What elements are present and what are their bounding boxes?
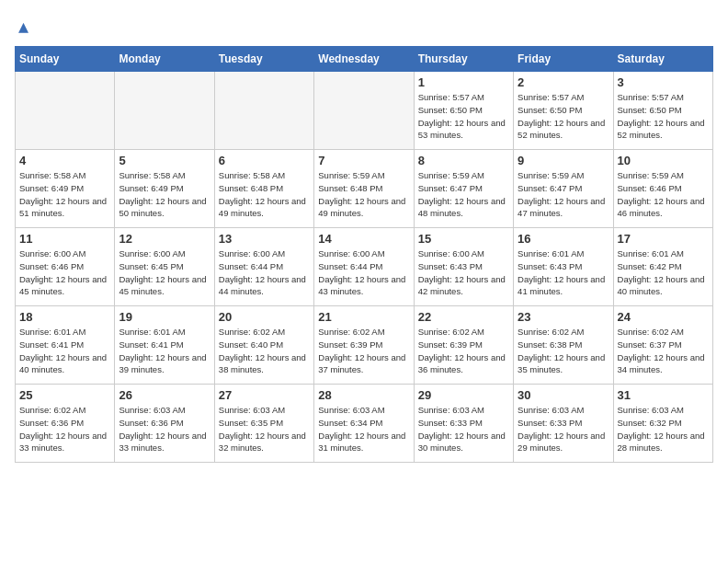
day-cell: 28Sunrise: 6:03 AMSunset: 6:34 PMDayligh… [314, 385, 414, 463]
day-cell: 16Sunrise: 6:01 AMSunset: 6:43 PMDayligh… [514, 228, 613, 306]
day-cell: 9Sunrise: 5:59 AMSunset: 6:47 PMDaylight… [514, 150, 613, 228]
day-cell: 14Sunrise: 6:00 AMSunset: 6:44 PMDayligh… [314, 228, 414, 306]
header-tuesday: Tuesday [214, 47, 313, 72]
day-cell: 30Sunrise: 6:03 AMSunset: 6:33 PMDayligh… [514, 385, 613, 463]
day-info: Sunrise: 6:01 AMSunset: 6:41 PMDaylight:… [19, 326, 110, 376]
day-info: Sunrise: 5:58 AMSunset: 6:49 PMDaylight:… [119, 169, 210, 220]
day-cell: 27Sunrise: 6:03 AMSunset: 6:35 PMDayligh… [214, 385, 313, 463]
day-info: Sunrise: 5:59 AMSunset: 6:48 PMDaylight:… [318, 169, 409, 220]
logo-bird-icon: ▴ [18, 15, 28, 39]
logo: ▴ [15, 15, 28, 39]
day-info: Sunrise: 6:02 AMSunset: 6:38 PMDaylight:… [518, 326, 609, 376]
day-info: Sunrise: 6:03 AMSunset: 6:35 PMDaylight:… [219, 404, 310, 454]
day-info: Sunrise: 6:02 AMSunset: 6:37 PMDaylight:… [618, 326, 709, 376]
day-number: 27 [219, 388, 310, 402]
header-wednesday: Wednesday [314, 47, 414, 72]
day-info: Sunrise: 5:58 AMSunset: 6:48 PMDaylight:… [219, 169, 310, 220]
day-cell [115, 72, 214, 150]
header-monday: Monday [115, 47, 214, 72]
day-info: Sunrise: 6:03 AMSunset: 6:36 PMDaylight:… [119, 404, 210, 454]
day-cell: 1Sunrise: 5:57 AMSunset: 6:50 PMDaylight… [414, 72, 513, 150]
day-cell: 26Sunrise: 6:03 AMSunset: 6:36 PMDayligh… [115, 385, 214, 463]
day-cell: 25Sunrise: 6:02 AMSunset: 6:36 PMDayligh… [16, 385, 115, 463]
day-cell: 10Sunrise: 5:59 AMSunset: 6:46 PMDayligh… [613, 150, 712, 228]
day-number: 15 [418, 232, 509, 246]
day-cell [314, 72, 414, 150]
day-info: Sunrise: 6:00 AMSunset: 6:46 PMDaylight:… [19, 247, 110, 298]
day-number: 11 [19, 232, 110, 246]
day-number: 26 [119, 388, 210, 402]
day-cell: 22Sunrise: 6:02 AMSunset: 6:39 PMDayligh… [414, 306, 513, 385]
day-info: Sunrise: 6:01 AMSunset: 6:43 PMDaylight:… [518, 247, 609, 298]
day-cell [214, 72, 313, 150]
header-saturday: Saturday [613, 47, 712, 72]
week-row-1: 1Sunrise: 5:57 AMSunset: 6:50 PMDaylight… [16, 72, 713, 150]
day-cell: 31Sunrise: 6:03 AMSunset: 6:32 PMDayligh… [613, 385, 712, 463]
day-info: Sunrise: 6:02 AMSunset: 6:40 PMDaylight:… [219, 326, 310, 376]
day-cell: 15Sunrise: 6:00 AMSunset: 6:43 PMDayligh… [414, 228, 513, 306]
day-number: 14 [318, 232, 409, 246]
day-number: 7 [318, 154, 409, 167]
day-number: 6 [219, 154, 310, 167]
day-number: 5 [119, 154, 210, 167]
day-number: 30 [518, 388, 609, 402]
header-thursday: Thursday [414, 47, 513, 72]
day-number: 25 [19, 388, 110, 402]
day-cell: 17Sunrise: 6:01 AMSunset: 6:42 PMDayligh… [613, 228, 712, 306]
day-info: Sunrise: 6:02 AMSunset: 6:39 PMDaylight:… [318, 326, 409, 376]
day-info: Sunrise: 6:03 AMSunset: 6:33 PMDaylight:… [518, 404, 609, 454]
day-number: 28 [318, 388, 409, 402]
day-cell: 19Sunrise: 6:01 AMSunset: 6:41 PMDayligh… [115, 306, 214, 385]
day-number: 16 [518, 232, 609, 246]
day-number: 18 [19, 310, 110, 324]
day-cell: 2Sunrise: 5:57 AMSunset: 6:50 PMDaylight… [514, 72, 613, 150]
day-info: Sunrise: 6:00 AMSunset: 6:44 PMDaylight:… [318, 247, 409, 298]
day-info: Sunrise: 6:03 AMSunset: 6:34 PMDaylight:… [318, 404, 409, 454]
header-sunday: Sunday [16, 47, 115, 72]
day-info: Sunrise: 5:57 AMSunset: 6:50 PMDaylight:… [518, 91, 609, 142]
day-number: 3 [618, 75, 709, 89]
day-info: Sunrise: 6:03 AMSunset: 6:32 PMDaylight:… [618, 404, 709, 454]
day-number: 8 [418, 154, 509, 167]
day-number: 24 [618, 310, 709, 324]
day-info: Sunrise: 6:02 AMSunset: 6:39 PMDaylight:… [418, 326, 509, 376]
week-row-3: 11Sunrise: 6:00 AMSunset: 6:46 PMDayligh… [16, 228, 713, 306]
day-number: 20 [219, 310, 310, 324]
day-number: 29 [418, 388, 509, 402]
day-number: 12 [119, 232, 210, 246]
day-info: Sunrise: 5:57 AMSunset: 6:50 PMDaylight:… [618, 91, 709, 142]
day-info: Sunrise: 5:57 AMSunset: 6:50 PMDaylight:… [418, 91, 509, 142]
calendar-header-row: SundayMondayTuesdayWednesdayThursdayFrid… [16, 47, 713, 72]
day-cell: 3Sunrise: 5:57 AMSunset: 6:50 PMDaylight… [613, 72, 712, 150]
day-cell: 7Sunrise: 5:59 AMSunset: 6:48 PMDaylight… [314, 150, 414, 228]
day-number: 13 [219, 232, 310, 246]
day-info: Sunrise: 6:01 AMSunset: 6:42 PMDaylight:… [618, 247, 709, 298]
day-number: 17 [618, 232, 709, 246]
day-number: 31 [618, 388, 709, 402]
day-cell: 6Sunrise: 5:58 AMSunset: 6:48 PMDaylight… [214, 150, 313, 228]
day-number: 22 [418, 310, 509, 324]
day-cell: 8Sunrise: 5:59 AMSunset: 6:47 PMDaylight… [414, 150, 513, 228]
day-cell: 11Sunrise: 6:00 AMSunset: 6:46 PMDayligh… [16, 228, 115, 306]
day-number: 1 [418, 75, 509, 89]
day-cell [16, 72, 115, 150]
day-number: 4 [19, 154, 110, 167]
day-number: 23 [518, 310, 609, 324]
day-info: Sunrise: 6:00 AMSunset: 6:44 PMDaylight:… [219, 247, 310, 298]
day-number: 9 [518, 154, 609, 167]
day-cell: 12Sunrise: 6:00 AMSunset: 6:45 PMDayligh… [115, 228, 214, 306]
day-info: Sunrise: 6:00 AMSunset: 6:45 PMDaylight:… [119, 247, 210, 298]
day-info: Sunrise: 6:02 AMSunset: 6:36 PMDaylight:… [19, 404, 110, 454]
day-info: Sunrise: 6:03 AMSunset: 6:33 PMDaylight:… [418, 404, 509, 454]
header-friday: Friday [514, 47, 613, 72]
day-number: 21 [318, 310, 409, 324]
day-info: Sunrise: 6:01 AMSunset: 6:41 PMDaylight:… [119, 326, 210, 376]
day-info: Sunrise: 5:58 AMSunset: 6:49 PMDaylight:… [19, 169, 110, 220]
week-row-5: 25Sunrise: 6:02 AMSunset: 6:36 PMDayligh… [16, 385, 713, 463]
day-number: 2 [518, 75, 609, 89]
day-cell: 23Sunrise: 6:02 AMSunset: 6:38 PMDayligh… [514, 306, 613, 385]
day-cell: 4Sunrise: 5:58 AMSunset: 6:49 PMDaylight… [16, 150, 115, 228]
day-cell: 5Sunrise: 5:58 AMSunset: 6:49 PMDaylight… [115, 150, 214, 228]
day-cell: 21Sunrise: 6:02 AMSunset: 6:39 PMDayligh… [314, 306, 414, 385]
day-info: Sunrise: 5:59 AMSunset: 6:46 PMDaylight:… [618, 169, 709, 220]
